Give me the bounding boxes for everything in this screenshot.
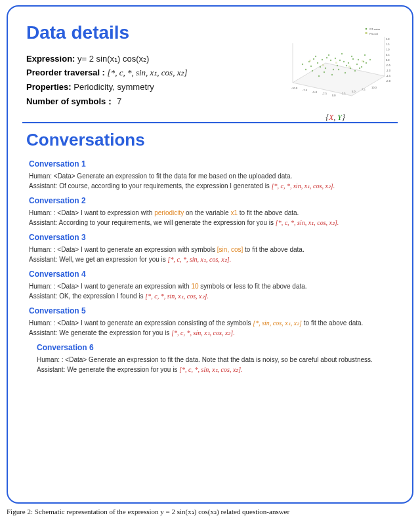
svg-point-33 xyxy=(333,69,334,70)
conversation-title: Conversation 2 xyxy=(29,196,398,205)
svg-text:-10.0: -10.0 xyxy=(291,87,298,90)
svg-point-30 xyxy=(313,58,314,60)
conversations-title: Conversations xyxy=(26,130,398,150)
svg-point-5 xyxy=(315,56,316,57)
svg-text:2.0: 2.0 xyxy=(386,37,390,41)
svg-point-41 xyxy=(369,59,371,60)
svg-text:2.5: 2.5 xyxy=(342,92,346,95)
svg-text:-1.5: -1.5 xyxy=(386,74,391,77)
properties-value: Periodicity, symmetry xyxy=(74,82,154,92)
svg-text:10.0: 10.0 xyxy=(371,86,377,89)
svg-point-6 xyxy=(318,75,320,77)
numsymbols-value: 7 xyxy=(117,96,121,106)
svg-point-15 xyxy=(348,62,349,64)
svg-point-20 xyxy=(364,54,366,56)
svg-text:GT-noise: GT-noise xyxy=(369,28,381,31)
svg-rect-67 xyxy=(366,32,368,34)
svg-point-24 xyxy=(330,60,331,61)
svg-point-27 xyxy=(350,68,351,69)
expression-label: Expression: xyxy=(26,54,75,64)
svg-point-36 xyxy=(352,58,354,60)
conversation-title: Conversation 5 xyxy=(29,306,398,315)
expression-value: y= 2 sin(x₁) cos(x₂) xyxy=(77,54,149,64)
svg-text:0.0: 0.0 xyxy=(332,94,336,97)
svg-point-14 xyxy=(345,72,346,73)
svg-text:7.5: 7.5 xyxy=(362,88,366,91)
conversation-block: Conversation 3 Human: : <Data> I want to… xyxy=(29,233,398,264)
svg-text:-2.5: -2.5 xyxy=(322,92,327,95)
svg-text:-5.0: -5.0 xyxy=(312,90,318,94)
svg-rect-45 xyxy=(348,66,350,68)
assistant-line: Assistant: Of course, according to your … xyxy=(29,181,398,191)
svg-rect-46 xyxy=(362,60,364,62)
conversation-block: Conversation 4 Human: : <Data> I want to… xyxy=(29,270,398,301)
assistant-line: Assistant: OK, the expression I found is… xyxy=(29,291,398,301)
svg-point-21 xyxy=(310,66,312,67)
svg-point-28 xyxy=(356,64,358,65)
svg-point-8 xyxy=(325,68,326,69)
preorder-label: Preorder traversal : xyxy=(26,68,105,77)
svg-text:-2.0: -2.0 xyxy=(386,79,391,83)
svg-rect-42 xyxy=(309,60,311,62)
svg-point-23 xyxy=(324,71,325,73)
svg-point-13 xyxy=(341,53,343,54)
svg-point-18 xyxy=(358,59,359,60)
svg-point-65 xyxy=(366,28,368,30)
svg-point-11 xyxy=(335,58,336,59)
svg-point-26 xyxy=(343,61,345,62)
svg-point-39 xyxy=(305,69,306,70)
svg-point-19 xyxy=(361,66,362,68)
svg-text:5.0: 5.0 xyxy=(352,90,356,93)
svg-point-32 xyxy=(326,57,327,58)
plot-svg: 2.01.51.0 0.50.0-0.5 -1.0-1.5-2.0 -10.0-… xyxy=(273,24,398,109)
svg-text:0.5: 0.5 xyxy=(386,53,390,56)
plot-caption: {X, Y} xyxy=(273,113,398,123)
svg-point-7 xyxy=(322,59,323,60)
svg-point-9 xyxy=(328,54,329,56)
svg-point-35 xyxy=(346,65,347,66)
svg-rect-43 xyxy=(322,64,324,66)
conversation-block: Conversation 1 Human: <Data> Generate an… xyxy=(29,159,398,191)
conversation-block: Conversation 2 Human: : <Data> I want to… xyxy=(29,196,398,228)
svg-point-40 xyxy=(302,64,303,65)
conversation-block: Conversation 5 Human: : <Data> I want to… xyxy=(29,306,398,338)
human-line: Human: <Data> Generate an expression to … xyxy=(29,171,398,181)
human-line: Human: : <Data> I want to generate an ex… xyxy=(29,281,398,291)
svg-point-38 xyxy=(366,62,367,64)
figure-caption: Figure 2: Schematic representation of th… xyxy=(7,508,413,516)
conversation-title: Conversation 1 xyxy=(29,159,398,169)
human-line: Human: : <Data> I want to generate an ex… xyxy=(29,318,398,328)
human-line: Human: : <Data> I want to generate an ex… xyxy=(29,245,398,254)
svg-rect-44 xyxy=(335,62,337,64)
svg-point-12 xyxy=(338,69,339,70)
conversation-block: Conversation 6 Human: : <Data> Generate … xyxy=(37,343,398,374)
plot-3d: 2.01.51.0 0.50.0-0.5 -1.0-1.5-2.0 -10.0-… xyxy=(273,24,398,122)
figure-card: 2.01.51.0 0.50.0-0.5 -1.0-1.5-2.0 -10.0-… xyxy=(7,5,413,504)
svg-text:1.0: 1.0 xyxy=(386,48,390,51)
preorder-value: [*, c, *, sin, x₁, cos, x₂] xyxy=(108,68,188,77)
svg-point-4 xyxy=(312,70,313,71)
human-line: Human: : <Data> I want to expression wit… xyxy=(29,208,398,218)
svg-text:Pre-val: Pre-val xyxy=(369,32,378,35)
svg-point-10 xyxy=(331,74,333,75)
assistant-line: Assistant: Well, we get an expression fo… xyxy=(29,254,398,264)
svg-text:-0.5: -0.5 xyxy=(386,64,391,67)
human-line: Human: : <Data> Generate an expression t… xyxy=(37,355,398,365)
svg-text:-1.0: -1.0 xyxy=(386,69,391,72)
svg-text:1.5: 1.5 xyxy=(386,43,390,46)
svg-point-17 xyxy=(354,70,356,71)
svg-point-37 xyxy=(359,68,360,69)
svg-point-16 xyxy=(351,56,352,57)
svg-point-22 xyxy=(317,62,318,64)
svg-point-31 xyxy=(320,66,321,68)
properties-label: Properties: xyxy=(26,82,72,92)
assistant-line: Assistant: We generate the expression fo… xyxy=(37,365,398,374)
conversation-title: Conversation 6 xyxy=(37,343,398,352)
conversation-title: Conversation 3 xyxy=(29,233,398,242)
svg-point-25 xyxy=(337,65,338,66)
svg-text:0.0: 0.0 xyxy=(386,58,390,62)
assistant-line: Assistant: We generate the expression fo… xyxy=(29,328,398,338)
conversation-title: Conversation 4 xyxy=(29,270,398,279)
svg-point-34 xyxy=(339,60,341,61)
numsymbols-label: Number of symbols： xyxy=(26,96,114,106)
